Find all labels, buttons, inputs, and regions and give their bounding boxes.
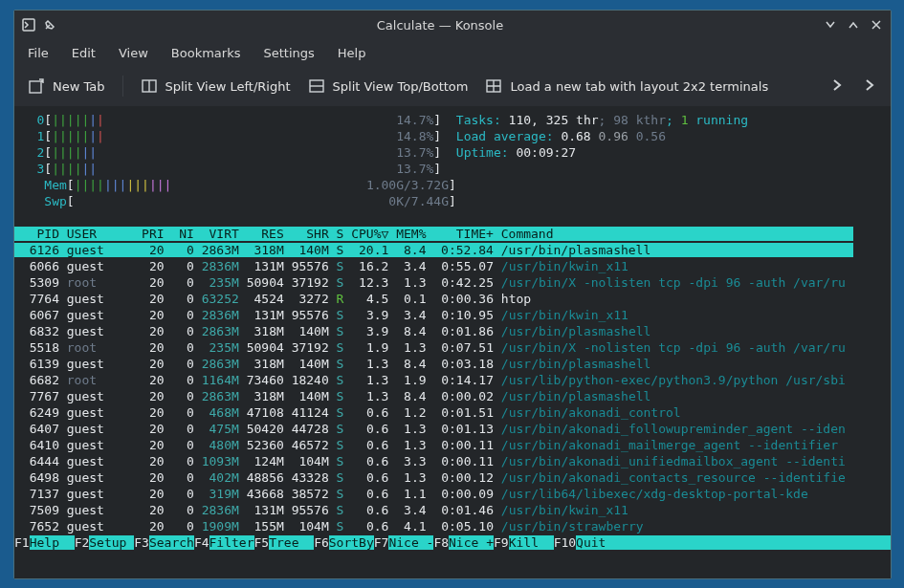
- maximize-icon[interactable]: [847, 18, 860, 32]
- menu-bookmarks[interactable]: Bookmarks: [171, 46, 241, 60]
- minimize-icon[interactable]: [824, 18, 837, 32]
- menubar: File Edit View Bookmarks Settings Help: [14, 39, 891, 66]
- pin-icon[interactable]: [43, 18, 56, 32]
- toolbar-overflow-icon[interactable]: [829, 77, 845, 96]
- titlebar: Calculate — Konsole: [14, 11, 891, 39]
- window-title: Calculate — Konsole: [56, 18, 824, 33]
- split-tb-button[interactable]: Split View Top/Bottom: [308, 77, 469, 95]
- menu-settings[interactable]: Settings: [263, 46, 314, 60]
- menu-view[interactable]: View: [119, 46, 148, 60]
- menu-file[interactable]: File: [28, 46, 49, 60]
- split-tb-label: Split View Top/Bottom: [333, 79, 469, 94]
- terminal-output[interactable]: 0[||||||| 14.7%] Tasks: 110, 325 thr; 98…: [14, 106, 891, 578]
- new-tab-button[interactable]: New Tab: [28, 77, 105, 95]
- toolbar: New Tab Split View Left/Right Split View…: [14, 66, 891, 106]
- toolbar-separator: [122, 76, 123, 97]
- konsole-window: Calculate — Konsole File Edit View Bookm…: [13, 10, 892, 579]
- layout-2x2-button[interactable]: Load a new tab with layout 2x2 terminals: [485, 77, 768, 95]
- terminal-pane: 0[||||||| 14.7%] Tasks: 110, 325 thr; 98…: [14, 106, 891, 578]
- split-lr-button[interactable]: Split View Left/Right: [141, 77, 291, 95]
- split-lr-label: Split View Left/Right: [165, 79, 291, 94]
- toolbar-more-icon[interactable]: [862, 77, 877, 96]
- app-menu-icon[interactable]: [22, 18, 35, 32]
- new-tab-label: New Tab: [53, 79, 105, 94]
- layout-2x2-label: Load a new tab with layout 2x2 terminals: [510, 79, 768, 94]
- close-icon[interactable]: [870, 18, 883, 32]
- menu-edit[interactable]: Edit: [72, 46, 96, 60]
- svg-rect-1: [30, 81, 41, 93]
- menu-help[interactable]: Help: [338, 46, 366, 60]
